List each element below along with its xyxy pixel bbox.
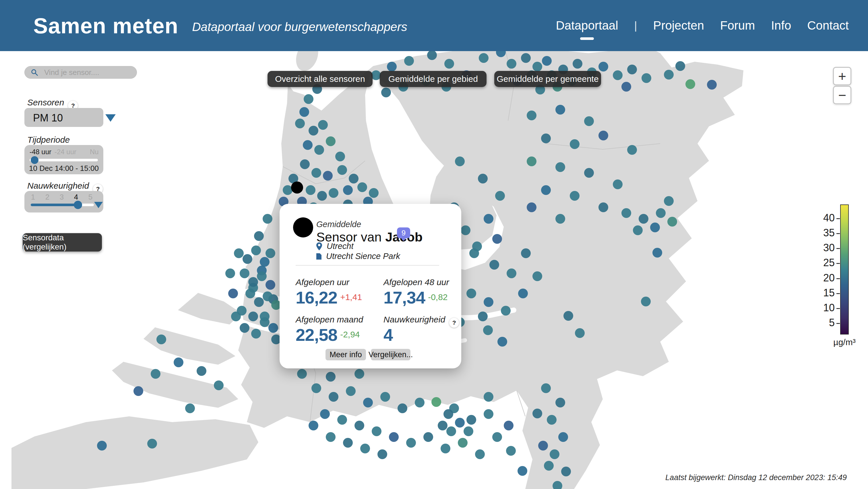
sensor-dot[interactable] [621, 82, 631, 92]
sensor-dot[interactable] [483, 325, 493, 335]
sensor-dot[interactable] [326, 372, 336, 381]
sensor-dot[interactable] [381, 88, 391, 97]
sensor-dot[interactable] [372, 426, 381, 436]
sensor-dot[interactable] [555, 214, 565, 224]
sensor-dot[interactable] [254, 297, 264, 307]
sensor-dot[interactable] [584, 116, 594, 126]
nav-projecten[interactable]: Projecten [653, 19, 704, 32]
sensor-dot[interactable] [389, 432, 399, 442]
sensor-dot[interactable] [337, 165, 347, 175]
sensor-dot[interactable] [415, 398, 425, 407]
sensor-dot[interactable] [326, 432, 336, 442]
sensor-dot[interactable] [268, 323, 278, 333]
sensor-dot[interactable] [326, 136, 336, 146]
sensor-dot[interactable] [248, 311, 258, 321]
sensor-dot[interactable] [225, 269, 235, 278]
sensor-dot[interactable] [398, 403, 407, 413]
sensor-dot[interactable] [329, 188, 338, 198]
sensor-dot[interactable] [314, 145, 324, 155]
sensor-dot[interactable] [575, 328, 585, 338]
sensor-dot[interactable] [354, 369, 364, 379]
sensor-dot[interactable] [461, 225, 470, 235]
sensor-dot[interactable] [406, 438, 416, 448]
sensor-dot[interactable] [598, 131, 608, 141]
sensor-search[interactable] [24, 66, 137, 79]
sensor-dot[interactable] [441, 444, 451, 453]
sensor-dot[interactable] [675, 61, 685, 71]
sensor-dot[interactable] [444, 59, 454, 69]
sensor-dot[interactable] [550, 449, 559, 459]
sensor-dot[interactable] [320, 409, 330, 419]
sensor-dot[interactable] [656, 208, 665, 218]
sensor-dot[interactable] [299, 107, 309, 117]
sensor-dot[interactable] [304, 94, 313, 104]
sensor-dot[interactable] [295, 119, 305, 128]
sensor-dot[interactable] [541, 185, 551, 195]
sensor-dot[interactable] [484, 297, 493, 307]
sensor-dot[interactable] [404, 56, 414, 66]
sensor-dot[interactable] [266, 280, 275, 290]
sensor-dot[interactable] [642, 73, 651, 83]
sensor-dot[interactable] [484, 214, 493, 224]
accuracy-level-5[interactable]: 5 [86, 193, 95, 202]
sensor-dot[interactable] [707, 80, 717, 90]
sensor-dot[interactable] [501, 306, 510, 315]
sensor-dot[interactable] [335, 152, 345, 161]
sensor-dot[interactable] [492, 234, 502, 244]
sensor-dot[interactable] [337, 415, 347, 425]
sensor-dot[interactable] [664, 70, 674, 80]
sensor-dot[interactable] [650, 222, 660, 232]
sensor-dot[interactable] [306, 185, 315, 195]
sensor-dot[interactable] [613, 180, 623, 189]
sensor-dot[interactable] [369, 188, 379, 198]
sensor-dot[interactable] [532, 271, 542, 281]
sensor-dot[interactable] [257, 271, 267, 281]
sensor-dot[interactable] [349, 174, 359, 183]
accuracy-level-2[interactable]: 2 [43, 193, 52, 202]
nav-contact[interactable]: Contact [807, 19, 849, 32]
sensor-type-dropdown[interactable]: PM 10 [24, 108, 103, 127]
average-per-municipality-button[interactable]: Gemiddelde per gemeente [494, 71, 601, 87]
compare-button[interactable]: Vergelijken... [371, 349, 410, 360]
sensor-dot[interactable] [521, 248, 531, 258]
sensor-dot[interactable] [185, 403, 195, 413]
sensor-dot[interactable] [518, 466, 527, 476]
sensor-dot[interactable] [584, 168, 594, 178]
sensor-dot[interactable] [466, 415, 476, 425]
more-info-button[interactable]: Meer info [326, 349, 366, 360]
sensor-dot[interactable] [317, 191, 327, 201]
sensor-dot[interactable] [572, 59, 582, 69]
sensor-dot[interactable] [507, 269, 516, 278]
sensor-dot[interactable] [380, 392, 390, 402]
sensor-dot[interactable] [423, 432, 433, 442]
sensor-dot[interactable] [248, 277, 258, 287]
sensor-dot[interactable] [311, 168, 321, 178]
sensor-dot[interactable] [652, 248, 662, 257]
sensor-dot[interactable] [478, 311, 488, 321]
sensor-dot[interactable] [613, 70, 623, 80]
sensor-dot[interactable] [251, 245, 261, 255]
sensor-dot[interactable] [521, 53, 531, 63]
sensor-dot[interactable] [283, 185, 292, 195]
accuracy-slider-thumb[interactable] [74, 201, 82, 209]
sensor-dot[interactable] [489, 260, 499, 270]
sensor-dot[interactable] [598, 62, 608, 71]
sensor-dot[interactable] [542, 56, 552, 66]
sensor-dot[interactable] [358, 182, 367, 192]
nav-info[interactable]: Info [771, 19, 791, 32]
sensor-dot[interactable] [475, 449, 485, 459]
sensor-dot[interactable] [541, 383, 551, 393]
view-all-sensors-button[interactable]: Overzicht alle sensoren [268, 71, 373, 87]
sensor-dot[interactable] [633, 225, 643, 235]
sensor-dot[interactable] [147, 439, 157, 449]
sensor-dot[interactable] [311, 383, 321, 393]
sensor-dot[interactable] [469, 248, 479, 258]
sensor-dot[interactable] [598, 203, 608, 212]
sensor-dot[interactable] [555, 162, 565, 172]
time-slider-track[interactable] [30, 159, 98, 161]
sensor-dot[interactable] [558, 432, 568, 442]
sensor-dot[interactable] [354, 421, 364, 430]
sensor-dot[interactable] [627, 65, 637, 74]
sensor-dot[interactable] [492, 432, 502, 442]
sensor-dot[interactable] [300, 159, 310, 169]
